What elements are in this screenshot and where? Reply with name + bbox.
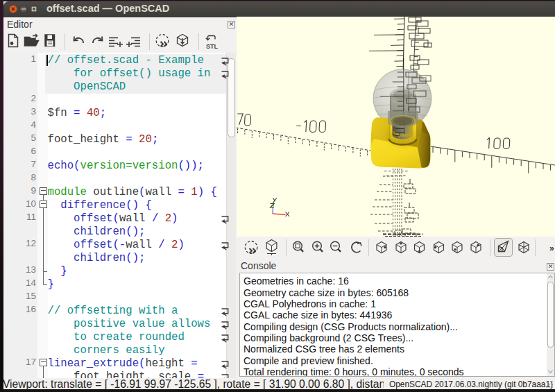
- svg-text:STL: STL: [206, 43, 219, 50]
- svg-text:»: »: [549, 244, 554, 253]
